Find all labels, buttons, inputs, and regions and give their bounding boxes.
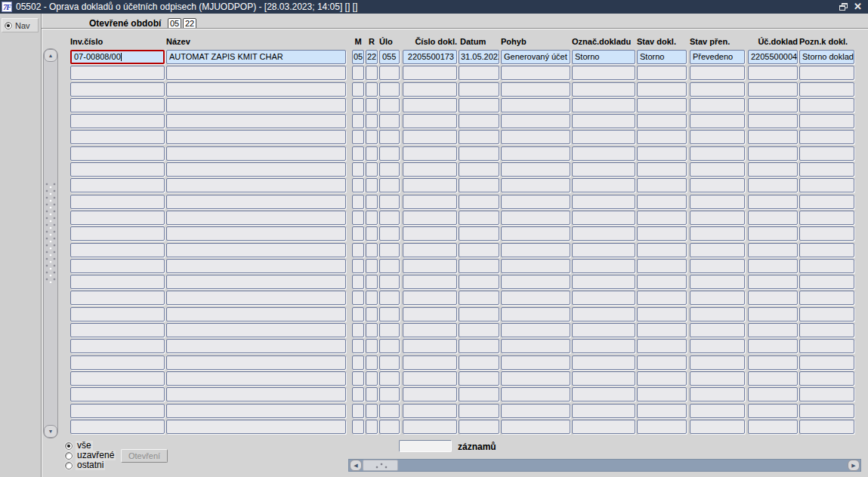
table-cell-empty[interactable] <box>366 307 378 322</box>
table-cell-empty[interactable] <box>403 195 457 209</box>
table-cell-empty[interactable] <box>379 211 400 225</box>
table-cell-empty[interactable] <box>572 178 635 192</box>
table-cell-empty[interactable] <box>748 178 798 192</box>
table-cell-empty[interactable] <box>748 404 798 418</box>
table-cell-empty[interactable] <box>70 243 165 257</box>
table-cell-empty[interactable] <box>352 243 364 257</box>
table-cell-empty[interactable] <box>501 178 570 192</box>
table-cell-empty[interactable] <box>459 211 499 225</box>
table-cell-empty[interactable] <box>166 259 346 273</box>
table-cell-empty[interactable] <box>70 404 165 418</box>
table-cell-empty[interactable] <box>799 162 854 177</box>
cell-inv-cislo[interactable]: 07-00808/00 <box>70 50 165 64</box>
table-cell-empty[interactable] <box>70 371 165 386</box>
table-cell-empty[interactable] <box>748 339 798 353</box>
table-cell-empty[interactable] <box>366 114 378 128</box>
table-cell-empty[interactable] <box>690 66 745 80</box>
table-cell-empty[interactable] <box>352 130 364 144</box>
table-cell-empty[interactable] <box>403 226 457 241</box>
table-cell-empty[interactable] <box>366 130 378 144</box>
table-cell-empty[interactable] <box>501 404 570 418</box>
cell-oznac-dokladu[interactable]: Storno <box>572 50 635 64</box>
table-cell-empty[interactable] <box>166 355 346 370</box>
table-cell-empty[interactable] <box>166 162 346 177</box>
table-cell-empty[interactable] <box>748 66 798 80</box>
table-cell-empty[interactable] <box>166 146 346 161</box>
table-cell-empty[interactable] <box>379 387 400 402</box>
table-cell-empty[interactable] <box>70 420 165 434</box>
table-cell-empty[interactable] <box>379 339 400 353</box>
table-cell-empty[interactable] <box>637 371 687 386</box>
table-cell-empty[interactable] <box>572 114 635 128</box>
table-cell-empty[interactable] <box>572 130 635 144</box>
table-cell-empty[interactable] <box>637 404 687 418</box>
table-cell-empty[interactable] <box>366 82 378 97</box>
table-cell-empty[interactable] <box>379 323 400 337</box>
table-cell-empty[interactable] <box>379 259 400 273</box>
table-cell-empty[interactable] <box>637 146 687 161</box>
table-cell-empty[interactable] <box>403 66 457 80</box>
table-cell-empty[interactable] <box>748 275 798 289</box>
table-cell-empty[interactable] <box>459 195 499 209</box>
records-count-field[interactable] <box>399 440 452 452</box>
table-cell-empty[interactable] <box>690 82 745 97</box>
table-cell-empty[interactable] <box>379 291 400 305</box>
table-cell-empty[interactable] <box>403 323 457 337</box>
table-cell-empty[interactable] <box>690 339 745 353</box>
table-cell-empty[interactable] <box>690 323 745 337</box>
table-cell-empty[interactable] <box>352 259 364 273</box>
table-cell-empty[interactable] <box>748 146 798 161</box>
cell-cislo-dokl[interactable]: 2205500173 <box>403 50 457 64</box>
table-cell-empty[interactable] <box>403 82 457 97</box>
table-cell-empty[interactable] <box>799 275 854 289</box>
table-cell-empty[interactable] <box>501 355 570 370</box>
table-cell-empty[interactable] <box>166 195 346 209</box>
table-cell-empty[interactable] <box>748 259 798 273</box>
table-cell-empty[interactable] <box>748 420 798 434</box>
table-cell-empty[interactable] <box>166 114 346 128</box>
table-cell-empty[interactable] <box>690 195 745 209</box>
vertical-scrollbar-thumb[interactable] <box>45 182 57 283</box>
table-cell-empty[interactable] <box>70 146 165 161</box>
table-cell-empty[interactable] <box>459 66 499 80</box>
table-cell-empty[interactable] <box>403 178 457 192</box>
table-cell-empty[interactable] <box>70 323 165 337</box>
table-cell-empty[interactable] <box>70 211 165 225</box>
table-cell-empty[interactable] <box>166 226 346 241</box>
table-cell-empty[interactable] <box>501 146 570 161</box>
table-cell-empty[interactable] <box>70 226 165 241</box>
table-cell-empty[interactable] <box>637 307 687 322</box>
table-cell-empty[interactable] <box>572 371 635 386</box>
table-cell-empty[interactable] <box>366 243 378 257</box>
table-cell-empty[interactable] <box>166 291 346 305</box>
cell-stav-dokl[interactable]: Storno <box>637 50 687 64</box>
table-cell-empty[interactable] <box>352 291 364 305</box>
table-cell-empty[interactable] <box>366 211 378 225</box>
table-cell-empty[interactable] <box>403 114 457 128</box>
table-cell-empty[interactable] <box>366 146 378 161</box>
table-cell-empty[interactable] <box>799 259 854 273</box>
table-cell-empty[interactable] <box>572 323 635 337</box>
table-cell-empty[interactable] <box>366 355 378 370</box>
table-cell-empty[interactable] <box>379 404 400 418</box>
table-cell-empty[interactable] <box>366 339 378 353</box>
table-cell-empty[interactable] <box>459 130 499 144</box>
table-cell-empty[interactable] <box>637 66 687 80</box>
table-cell-empty[interactable] <box>403 371 457 386</box>
table-cell-empty[interactable] <box>366 226 378 241</box>
table-cell-empty[interactable] <box>748 307 798 322</box>
table-cell-empty[interactable] <box>352 82 364 97</box>
cell-datum[interactable]: 31.05.2022 <box>459 50 499 64</box>
cell-pozn-k-dokl[interactable]: Storno dokladu 2 <box>799 50 854 64</box>
table-cell-empty[interactable] <box>690 114 745 128</box>
table-cell-empty[interactable] <box>690 420 745 434</box>
table-cell-empty[interactable] <box>637 82 687 97</box>
table-cell-empty[interactable] <box>501 371 570 386</box>
table-cell-empty[interactable] <box>799 355 854 370</box>
table-cell-empty[interactable] <box>352 420 364 434</box>
table-cell-empty[interactable] <box>379 371 400 386</box>
table-cell-empty[interactable] <box>501 339 570 353</box>
table-cell-empty[interactable] <box>690 259 745 273</box>
open-button[interactable]: Otevření <box>121 449 168 463</box>
table-cell-empty[interactable] <box>501 162 570 177</box>
